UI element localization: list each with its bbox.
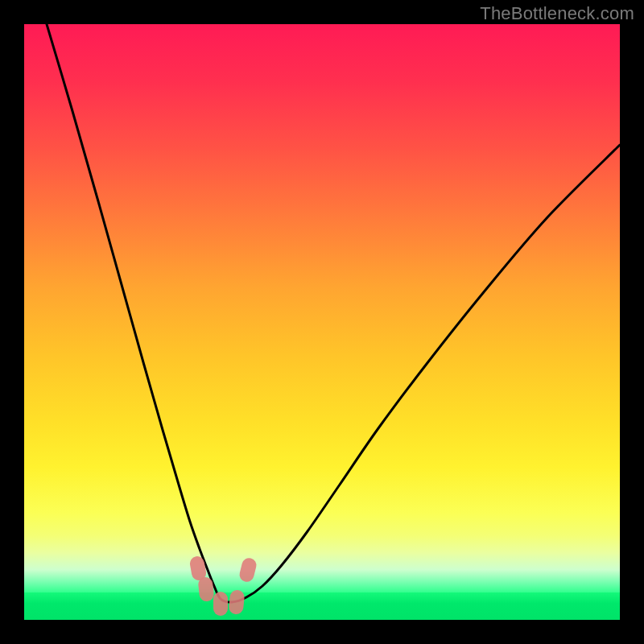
chart-stage: TheBottleneck.com [0,0,644,644]
curve-marker [213,592,228,616]
plot-area [24,24,620,620]
curve-marker [197,576,214,602]
bottleneck-curve [24,24,620,620]
watermark-text: TheBottleneck.com [480,3,634,24]
